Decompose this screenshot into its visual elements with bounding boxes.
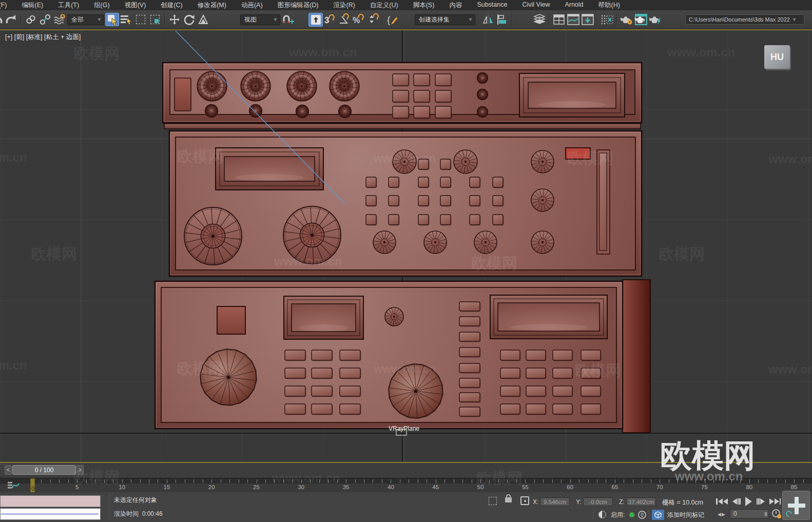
menu-动画A[interactable]: 动画(A) — [234, 1, 270, 10]
notification-icon[interactable] — [807, 12, 812, 27]
selection-filter-dropdown[interactable]: 全部▼ — [67, 12, 105, 27]
menu-Civil View[interactable]: Civil View — [515, 1, 557, 10]
ruler-tick — [59, 479, 60, 483]
viewport-label[interactable]: [+] [前] [标准] [粘土 + 边面] — [5, 33, 81, 42]
go-to-start-button[interactable] — [716, 498, 728, 505]
menu-工具T[interactable]: 工具(T) — [51, 1, 87, 10]
select-by-name-icon[interactable] — [119, 12, 133, 27]
play-button[interactable] — [745, 497, 752, 506]
absolute-mode-icon[interactable] — [520, 496, 529, 505]
panel-button — [526, 350, 547, 361]
display-panel — [519, 73, 625, 117]
panel-button — [526, 404, 547, 415]
select-and-rotate-icon[interactable] — [182, 12, 196, 27]
menu-创建C[interactable]: 创建(C) — [153, 1, 190, 10]
menu-Substance[interactable]: Substance — [470, 1, 515, 10]
mini-curve-editor-icon[interactable] — [7, 481, 20, 490]
viewport[interactable]: [+] [前] [标准] [粘土 + 边面] VRayPlane HU — [0, 29, 812, 463]
render-setup-icon[interactable] — [620, 12, 634, 27]
model-canvas[interactable] — [0, 29, 812, 463]
ruler-label: 60 — [567, 484, 573, 490]
selection-lock-icon[interactable] — [505, 497, 512, 502]
window-crossing-toggle-icon[interactable] — [148, 12, 162, 27]
ruler-tick — [167, 479, 167, 483]
menu-图形编辑器D[interactable]: 图形编辑器(D) — [270, 1, 326, 10]
ruler-label: 75 — [701, 484, 708, 490]
redo-icon[interactable] — [4, 12, 18, 27]
project-folder-field[interactable]: C:\Users\Han\Documents\3ds Max 2022▼ — [684, 12, 805, 27]
create-key-button[interactable] — [782, 491, 810, 520]
next-key-button[interactable] — [757, 498, 765, 505]
isolate-selection-icon[interactable] — [489, 497, 497, 505]
edit-named-selection-sets-icon[interactable]: { — [385, 12, 400, 27]
select-and-scale-icon[interactable] — [196, 12, 210, 27]
snap-toggle-3d-icon[interactable]: 3 — [323, 12, 337, 27]
menu-脚本S[interactable]: 脚本(S) — [405, 1, 442, 10]
x-coordinate-field[interactable]: 9.546cm — [540, 497, 570, 506]
curve-editor-icon[interactable] — [566, 12, 581, 27]
model-panel-bottom[interactable] — [155, 280, 650, 433]
ruler-tick — [328, 479, 328, 483]
nudge-arrows-icon[interactable]: ◀▶ — [718, 512, 726, 517]
menu-内容[interactable]: 内容 — [442, 1, 470, 10]
y-coordinate-field[interactable]: -0.0cm — [583, 497, 613, 506]
unlink-selection-icon[interactable] — [38, 12, 52, 27]
undo-icon[interactable] — [0, 12, 4, 27]
previous-frame-button[interactable]: < — [5, 465, 12, 475]
reference-coordinate-dropdown[interactable]: 视图▼ — [240, 12, 281, 27]
frame-spinner-field[interactable]: 0 — [730, 509, 769, 518]
add-time-tag[interactable]: 添加时间标记 — [667, 511, 704, 519]
main-toolbar: 全部▼视图▼3%{创建选择集▼C:\Users\Han\Documents\3d… — [0, 10, 812, 29]
rendered-frame-window-icon[interactable] — [634, 12, 648, 27]
previous-key-button[interactable] — [732, 498, 741, 505]
layer-manager-icon[interactable] — [532, 12, 547, 27]
select-and-move-icon[interactable] — [167, 12, 182, 27]
frame-display[interactable]: 0 / 100 — [12, 465, 76, 475]
model-panel-top[interactable] — [163, 63, 642, 129]
ruler-tick — [776, 479, 777, 483]
maxscript-mini-listener[interactable] — [0, 508, 101, 520]
mirror-icon[interactable] — [481, 12, 495, 27]
current-frame-marker[interactable]: 0 — [30, 478, 35, 493]
select-and-manipulate-button[interactable] — [308, 12, 323, 27]
svg-text:3: 3 — [324, 15, 329, 25]
go-to-end-button[interactable] — [769, 498, 781, 505]
menu-视图V[interactable]: 视图(V) — [117, 1, 153, 10]
key-filters-icon[interactable] — [598, 511, 606, 518]
menu-文件F[interactable]: 文件(F) — [0, 1, 14, 10]
ruler-tick — [239, 479, 239, 483]
maxscript-mini-listener-macro[interactable] — [0, 495, 101, 507]
z-coordinate-field[interactable]: 37.402cm — [626, 497, 656, 506]
spinner-snap-icon[interactable] — [366, 12, 380, 27]
named-selection-sets-dropdown[interactable]: 创建选择集▼ — [414, 12, 476, 27]
isolate-cube-button[interactable] — [652, 510, 664, 520]
menu-组G[interactable]: 组(G) — [87, 1, 118, 10]
ruler-tick — [265, 479, 266, 483]
render-production-icon[interactable] — [648, 12, 663, 27]
model-panel-middle[interactable] — [169, 131, 642, 276]
menu-自定义U[interactable]: 自定义(U) — [362, 1, 405, 10]
angle-snap-icon[interactable] — [337, 12, 352, 27]
ruler-tick — [794, 479, 795, 483]
next-frame-button[interactable]: > — [76, 465, 84, 475]
schematic-view-icon[interactable] — [581, 12, 595, 27]
select-object-button[interactable] — [105, 12, 119, 27]
toggle-ribbon-icon[interactable] — [552, 12, 566, 27]
playback-controls[interactable] — [716, 495, 781, 508]
time-slider[interactable]: < 0 / 100 > — [0, 463, 812, 478]
menu-修改器M[interactable]: 修改器(M) — [190, 1, 234, 10]
track-bar[interactable]: 0 510152025303540455055606570758085 — [0, 478, 812, 492]
timeline-grip[interactable] — [0, 464, 4, 477]
render-region-icon[interactable] — [600, 12, 614, 27]
time-configuration-icon[interactable] — [772, 509, 780, 517]
menu-Arnold[interactable]: Arnold — [557, 1, 591, 10]
menu-渲染R[interactable]: 渲染(R) — [326, 1, 362, 10]
percent-snap-icon[interactable]: % — [352, 12, 366, 27]
align-icon[interactable] — [495, 12, 510, 27]
menu-帮助H[interactable]: 帮助(H) — [591, 1, 627, 10]
select-and-link-icon[interactable] — [24, 12, 38, 27]
rectangular-selection-region-icon[interactable] — [133, 12, 148, 27]
use-pivot-point-center-icon[interactable] — [281, 12, 295, 27]
bind-to-space-warp-icon[interactable] — [52, 12, 67, 27]
menu-编辑E[interactable]: 编辑(E) — [14, 1, 51, 10]
